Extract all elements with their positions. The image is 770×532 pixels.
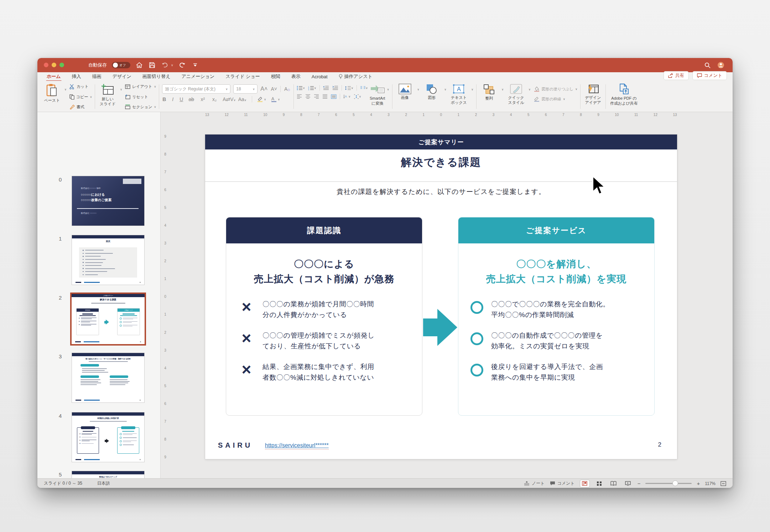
tab-校閲[interactable]: 校閲: [270, 72, 281, 81]
line-spacing-button[interactable]: ∨: [345, 86, 353, 90]
undo-icon[interactable]: [161, 61, 169, 69]
adobe-pdf-button[interactable]: Adobe PDF の 作成および共有: [609, 83, 639, 110]
justify-icon[interactable]: [322, 94, 328, 99]
account-icon[interactable]: [717, 61, 725, 69]
align-right-icon[interactable]: [314, 94, 319, 99]
text-columns-icon[interactable]: [331, 94, 337, 99]
language-indicator[interactable]: 日本語: [97, 480, 110, 486]
close-button[interactable]: [44, 63, 48, 67]
font-size-select[interactable]: 18 ∨: [233, 84, 257, 94]
underline-button[interactable]: U: [179, 96, 183, 102]
layout-button[interactable]: レイアウト ∨: [125, 84, 156, 89]
text-direction-button[interactable]: A∨: [343, 94, 350, 99]
slide-band-title[interactable]: ご提案サマリー: [205, 135, 677, 149]
align-text-button[interactable]: ∨: [354, 94, 361, 99]
format-painter-button[interactable]: 書式: [69, 104, 92, 110]
font-family-select[interactable]: 游ゴシック Regular (本文) ∨: [162, 84, 230, 94]
tab-操作アシスト[interactable]: 操作アシスト: [338, 72, 373, 81]
zoom-in-button[interactable]: +: [697, 480, 700, 486]
transition-arrow[interactable]: [423, 309, 457, 346]
reading-view-button[interactable]: [609, 480, 618, 487]
comments-toggle-button[interactable]: コメント: [550, 480, 575, 486]
zoom-button[interactable]: [59, 63, 64, 67]
shapes-button[interactable]: 図形: [422, 83, 441, 101]
zoom-slider[interactable]: [645, 483, 692, 484]
tab-Acrobat[interactable]: Acrobat: [311, 72, 328, 81]
section-button[interactable]: セクション ∨: [125, 104, 156, 110]
undo-chevron-icon[interactable]: ∨: [171, 63, 173, 67]
search-icon[interactable]: [703, 61, 711, 69]
increase-font-icon[interactable]: A˄: [260, 86, 267, 92]
minimize-button[interactable]: [52, 63, 56, 67]
strikethrough-button[interactable]: ab: [188, 96, 194, 102]
zoom-out-button[interactable]: −: [638, 480, 641, 486]
shape-fill-button[interactable]: 図形の塗りつぶし ∨: [534, 86, 577, 92]
problem-card[interactable]: 課題認識 〇〇〇による 売上拡大（コスト削減）が急務 × 〇〇〇の業務が煩雑で月…: [226, 217, 422, 416]
footer-link[interactable]: https://servicesiteurl******: [265, 442, 329, 449]
italic-button[interactable]: I: [171, 96, 175, 102]
design-ideas-button[interactable]: デザイン アイデア: [583, 83, 603, 110]
character-spacing-button[interactable]: A⇄V∨: [223, 96, 233, 102]
slide-editor[interactable]: ご提案サマリー 解決できる課題 貴社の課題を解決するために、以下のサービスをご提…: [205, 135, 677, 459]
new-slide-chevron-icon[interactable]: ∨: [120, 88, 122, 91]
tab-表示[interactable]: 表示: [291, 72, 301, 81]
home-icon[interactable]: [135, 61, 143, 69]
superscript-button[interactable]: x²: [199, 96, 206, 102]
slide-lead-text[interactable]: 貴社の課題を解決するために、以下のサービスをご提案します。: [205, 187, 677, 196]
slide-sorter-view-button[interactable]: [595, 480, 604, 487]
decrease-font-icon[interactable]: A˅: [270, 86, 277, 92]
normal-view-button[interactable]: [580, 480, 590, 488]
tab-ホーム[interactable]: ホーム: [46, 72, 62, 81]
shape-outline-button[interactable]: 図形の枠線 ∨: [534, 96, 577, 102]
increase-indent-icon[interactable]: [332, 86, 338, 90]
save-icon[interactable]: [148, 61, 156, 69]
thumbnail-4[interactable]: 4 長期的な課題と目指す姿 × × × ×: [72, 412, 145, 462]
toolbar-options-icon[interactable]: [191, 61, 199, 69]
quick-styles-button[interactable]: クイック スタイル: [506, 83, 526, 106]
tab-デザイン[interactable]: デザイン: [112, 72, 132, 81]
share-button[interactable]: 共有: [664, 71, 689, 80]
thumbnail-2-selected[interactable]: 2 ご提案サマリー 解決できる課題 課題認識 × × ×: [72, 294, 145, 344]
fit-to-window-button[interactable]: [720, 481, 726, 486]
bullets-button[interactable]: ∨: [297, 86, 305, 90]
paste-button[interactable]: ペースト: [42, 83, 62, 104]
arrange-chevron-icon[interactable]: ∨: [501, 88, 504, 91]
copy-button[interactable]: コピー ∨: [69, 94, 92, 100]
new-slide-button[interactable]: 新しい スライド: [98, 83, 117, 107]
decrease-indent-icon[interactable]: [323, 86, 329, 90]
smartart-button[interactable]: SmartArt に変換: [368, 84, 387, 110]
thumbnail-0[interactable]: 0 株式会社○○○○○ 御中 ○○○○○における ○○○○○改善のご提案 株式会…: [72, 176, 145, 226]
zoom-percentage[interactable]: 117%: [705, 481, 716, 486]
font-color-button[interactable]: A∨: [271, 96, 280, 102]
textbox-chevron-icon[interactable]: ∨: [471, 88, 473, 91]
reset-button[interactable]: リセット: [125, 94, 156, 100]
picture-button[interactable]: 画像: [395, 83, 415, 101]
bold-button[interactable]: B: [162, 96, 166, 102]
tab-アニメーション[interactable]: アニメーション: [181, 72, 215, 81]
textbox-button[interactable]: A テキスト ボックス: [449, 83, 468, 106]
tab-描画[interactable]: 描画: [92, 72, 102, 81]
slideshow-view-button[interactable]: [623, 480, 633, 487]
comments-button[interactable]: コメント: [692, 71, 727, 80]
slide-title[interactable]: 解決できる課題: [205, 155, 677, 170]
tab-画面切り替え[interactable]: 画面切り替え: [142, 72, 171, 81]
clear-formatting-icon[interactable]: A◇: [283, 86, 291, 92]
align-left-icon[interactable]: [297, 94, 302, 99]
tab-挿入[interactable]: 挿入: [71, 72, 82, 81]
align-center-icon[interactable]: [305, 94, 311, 99]
shapes-chevron-icon[interactable]: ∨: [444, 88, 446, 91]
redo-icon[interactable]: [178, 61, 186, 69]
notes-button[interactable]: ノート: [524, 480, 545, 486]
picture-chevron-icon[interactable]: ∨: [417, 88, 420, 91]
change-case-button[interactable]: Aa∨: [237, 96, 247, 102]
cut-button[interactable]: カット: [69, 84, 92, 89]
proposal-card[interactable]: ご提案サービス 〇〇〇を解消し、 売上拡大（コスト削減）を実現 〇〇〇で〇〇〇の…: [458, 217, 655, 416]
subscript-button[interactable]: x₂: [211, 96, 218, 102]
columns-button[interactable]: ∨: [360, 86, 368, 90]
thumbnail-1[interactable]: 1 目次: [72, 235, 145, 285]
zoom-slider-knob[interactable]: [672, 480, 678, 486]
arrange-button[interactable]: 整列: [479, 83, 499, 102]
thumbnail-3[interactable]: 3 取り組みのポイント・サービスの特徴・期待できる成果: [72, 353, 145, 403]
paste-chevron-icon[interactable]: ∨: [64, 88, 67, 91]
tab-スライド ショー[interactable]: スライド ショー: [225, 72, 260, 81]
